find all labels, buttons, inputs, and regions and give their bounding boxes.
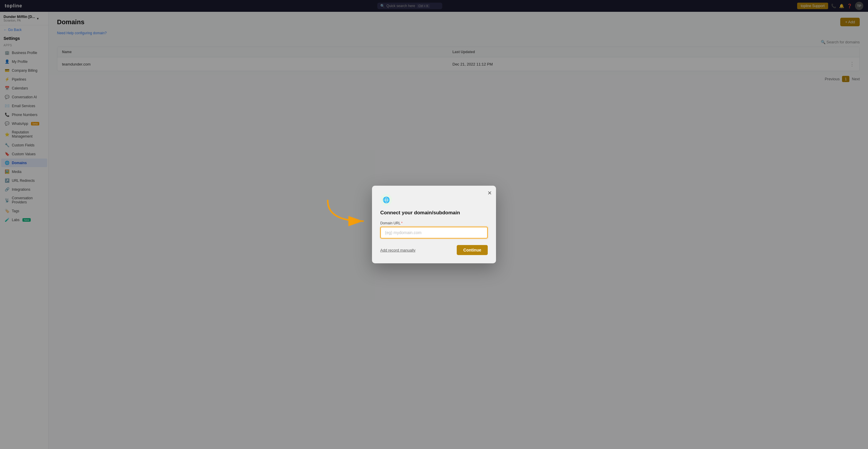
modal-container: ✕ 🌐 Connect your domain/subdomain Domain…: [372, 186, 496, 263]
modal-title: Connect your domain/subdomain: [380, 210, 488, 216]
modal-close-button[interactable]: ✕: [488, 190, 492, 196]
arrow-svg: [322, 195, 369, 230]
continue-button[interactable]: Continue: [457, 245, 488, 255]
connect-domain-modal: ✕ 🌐 Connect your domain/subdomain Domain…: [372, 186, 496, 263]
domain-url-input[interactable]: [380, 227, 488, 238]
modal-footer: Add record manually Continue: [380, 245, 488, 255]
field-label: Domain URL*: [380, 221, 488, 225]
domain-url-field: Domain URL*: [380, 221, 488, 238]
required-star: *: [401, 221, 403, 225]
modal-overlay[interactable]: ✕ 🌐 Connect your domain/subdomain Domain…: [0, 0, 868, 449]
modal-globe-icon: 🌐: [380, 194, 392, 206]
add-record-manually-button[interactable]: Add record manually: [380, 248, 415, 252]
